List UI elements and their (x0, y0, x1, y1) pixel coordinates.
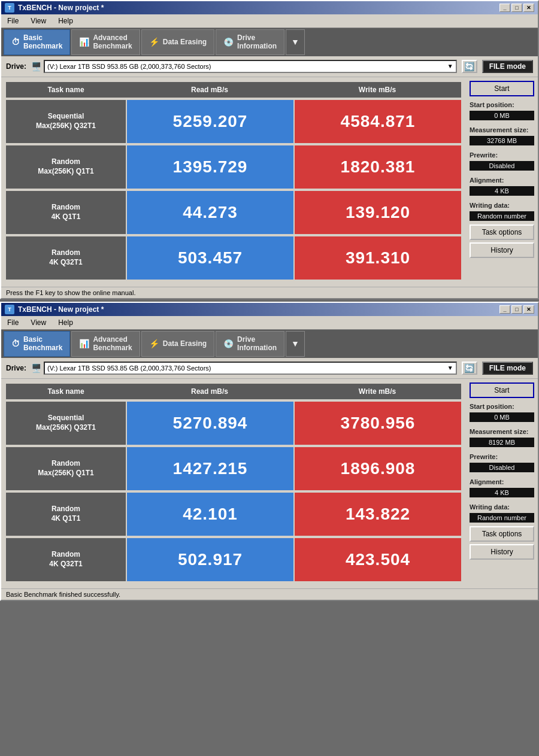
start-button-2[interactable]: Start (470, 382, 534, 398)
tab-data-erasing-1[interactable]: ⚡ Data Erasing (141, 29, 214, 55)
start-position-value-1: 0 MB (470, 111, 534, 120)
drive-refresh-button-1[interactable]: 🔄 (462, 60, 477, 73)
tab-basic-benchmark-2[interactable]: ⏱ BasicBenchmark (4, 331, 70, 357)
read-cell-2-4: 502.917 (127, 538, 293, 581)
benchmark-area-2: Task name Read mB/s Write mB/s Sequentia… (1, 379, 466, 588)
read-cell-2-1: 5270.894 (127, 402, 293, 445)
table-row: Random4K Q32T1 502.917 423.504 (6, 538, 461, 581)
task-cell-2-2: RandomMax(256K) Q1T1 (6, 447, 126, 490)
menu-file-2[interactable]: File (4, 317, 22, 328)
sidebar-2: Start Start position: 0 MB Measurement s… (466, 379, 538, 588)
writing-data-value-2: Random number (470, 513, 534, 523)
table-row: RandomMax(256K) Q1T1 1395.729 1820.381 (6, 145, 461, 189)
data-erasing-icon-1: ⚡ (149, 37, 159, 47)
task-options-button-2[interactable]: Task options (470, 526, 534, 542)
table-row: SequentialMax(256K) Q32T1 5270.894 3780.… (6, 402, 461, 445)
task-cell-1-4: Random4K Q32T1 (6, 236, 126, 280)
app-icon-1: T (5, 3, 14, 13)
app-icon-2: T (5, 305, 14, 314)
advanced-benchmark-icon-2: 📊 (79, 339, 89, 348)
benchmark-area-1: Task name Read mB/s Write mB/s Sequentia… (1, 77, 466, 287)
sidebar-1: Start Start position: 0 MB Measurement s… (466, 77, 538, 287)
write-cell-2-4: 423.504 (295, 538, 461, 581)
close-button-1[interactable]: ✕ (523, 4, 534, 12)
basic-benchmark-icon-1: ⏱ (11, 37, 20, 47)
th-read-2: Read mB/s (126, 384, 293, 399)
toolbar-2: ⏱ BasicBenchmark 📊 AdvancedBenchmark ⚡ D… (1, 330, 538, 358)
drive-refresh-button-2[interactable]: 🔄 (462, 362, 477, 375)
tab-advanced-benchmark-2[interactable]: 📊 AdvancedBenchmark (71, 331, 140, 357)
write-cell-2-3: 143.822 (295, 493, 461, 536)
maximize-button-2[interactable]: □ (511, 305, 522, 314)
th-task-2: Task name (6, 384, 126, 399)
writing-data-label-1: Writing data: (470, 202, 534, 209)
minimize-button-2[interactable]: _ (499, 305, 510, 314)
title-bar-2: T TxBENCH - New project * _ □ ✕ (1, 303, 538, 316)
main-content-2: Task name Read mB/s Write mB/s Sequentia… (1, 379, 538, 588)
close-button-2[interactable]: ✕ (523, 305, 534, 314)
tab-advanced-benchmark-1[interactable]: 📊 AdvancedBenchmark (71, 29, 140, 55)
menu-view-2[interactable]: View (27, 317, 50, 328)
menu-help-2[interactable]: Help (54, 317, 77, 328)
tab-drive-info-1[interactable]: 💿 DriveInformation (216, 29, 284, 55)
prewrite-value-1: Disabled (470, 161, 534, 171)
drive-bar-1: Drive: 🖥️ (V:) Lexar 1TB SSD 953.85 GB (… (1, 56, 538, 77)
measurement-size-value-1: 32768 MB (470, 136, 534, 145)
tab-drive-info-label-1: DriveInformation (237, 34, 277, 51)
tab-more-1[interactable]: ▼ (286, 29, 305, 55)
start-button-1[interactable]: Start (470, 81, 534, 96)
task-options-button-1[interactable]: Task options (470, 224, 534, 240)
task-cell-1-2: RandomMax(256K) Q1T1 (6, 145, 126, 189)
maximize-button-1[interactable]: □ (511, 4, 522, 12)
write-cell-1-1: 4584.871 (295, 100, 461, 143)
tab-more-2[interactable]: ▼ (286, 331, 305, 357)
alignment-value-2: 4 KB (470, 488, 534, 497)
measurement-size-label-1: Measurement size: (470, 126, 534, 133)
menu-file-1[interactable]: File (4, 16, 22, 26)
drive-icon-1: 🖥️ (31, 62, 41, 71)
tab-basic-benchmark-1[interactable]: ⏱ BasicBenchmark (4, 29, 70, 55)
table-header-2: Task name Read mB/s Write mB/s (6, 384, 461, 399)
task-cell-2-3: Random4K Q1T1 (6, 493, 126, 536)
status-text-1: Press the F1 key to show the online manu… (6, 289, 135, 296)
drive-label-1: Drive: (6, 62, 26, 71)
measurement-size-label-2: Measurement size: (470, 428, 534, 435)
window-1: T TxBENCH - New project * _ □ ✕ File Vie… (0, 0, 539, 299)
read-cell-1-3: 44.273 (127, 191, 293, 234)
title-buttons-2: _ □ ✕ (499, 305, 534, 314)
read-cell-1-2: 1395.729 (127, 145, 293, 189)
tab-data-erasing-2[interactable]: ⚡ Data Erasing (141, 331, 214, 357)
write-cell-1-3: 139.120 (295, 191, 461, 234)
write-cell-1-2: 1820.381 (295, 145, 461, 189)
advanced-benchmark-icon-1: 📊 (79, 37, 89, 47)
tab-data-erasing-label-1: Data Erasing (163, 38, 207, 46)
status-bar-1: Press the F1 key to show the online manu… (1, 287, 538, 298)
menu-help-1[interactable]: Help (54, 16, 77, 26)
th-write-2: Write mB/s (293, 384, 461, 399)
file-mode-button-2[interactable]: FILE mode (482, 362, 533, 375)
drive-select-2[interactable]: (V:) Lexar 1TB SSD 953.85 GB (2,000,373,… (44, 362, 457, 375)
drive-select-1[interactable]: (V:) Lexar 1TB SSD 953.85 GB (2,000,373,… (44, 60, 457, 73)
task-cell-1-1: SequentialMax(256K) Q32T1 (6, 100, 126, 143)
write-cell-2-2: 1896.908 (295, 447, 461, 490)
window-title-1: TxBENCH - New project * (18, 4, 104, 12)
prewrite-value-2: Disabled (470, 463, 534, 472)
prewrite-label-2: Prewrite: (470, 453, 534, 460)
write-cell-1-4: 391.310 (295, 236, 461, 280)
history-button-1[interactable]: History (470, 242, 534, 258)
table-header-1: Task name Read mB/s Write mB/s (6, 82, 461, 98)
file-mode-button-1[interactable]: FILE mode (482, 60, 533, 73)
alignment-label-1: Alignment: (470, 177, 534, 184)
drive-info-icon-2: 💿 (223, 339, 234, 348)
writing-data-label-2: Writing data: (470, 503, 534, 511)
menu-view-1[interactable]: View (27, 16, 50, 26)
minimize-button-1[interactable]: _ (499, 4, 510, 12)
drive-icon-2: 🖥️ (31, 363, 41, 373)
basic-benchmark-icon-2: ⏱ (11, 339, 20, 348)
history-button-2[interactable]: History (470, 544, 534, 560)
table-row: SequentialMax(256K) Q32T1 5259.207 4584.… (6, 100, 461, 143)
tab-drive-info-2[interactable]: 💿 DriveInformation (216, 331, 284, 357)
main-content-1: Task name Read mB/s Write mB/s Sequentia… (1, 77, 538, 287)
window-2: T TxBENCH - New project * _ □ ✕ File Vie… (0, 302, 539, 601)
write-cell-2-1: 3780.956 (295, 402, 461, 445)
